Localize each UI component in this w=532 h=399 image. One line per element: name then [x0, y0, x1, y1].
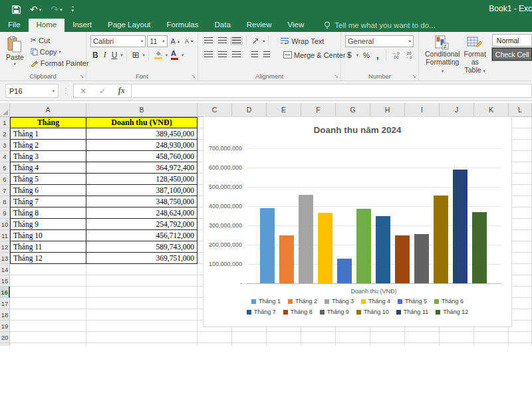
cell-A1[interactable]: Tháng	[10, 117, 86, 128]
fill-color-button[interactable]	[152, 50, 164, 60]
formula-input[interactable]	[132, 84, 532, 98]
undo-dropdown-icon[interactable]: ▾	[39, 7, 42, 12]
cell-B20[interactable]	[86, 332, 198, 343]
cell-L21[interactable]	[509, 343, 532, 346]
row-header-3[interactable]: 3	[0, 140, 10, 151]
paste-button[interactable]: Paste ▾	[4, 35, 26, 68]
cell-B4[interactable]: 458,760,000	[86, 151, 198, 162]
row-header-12[interactable]: 12	[0, 241, 10, 253]
cell-A16[interactable]	[10, 287, 86, 298]
cell-E20[interactable]	[267, 332, 301, 343]
row-header-20[interactable]: 20	[0, 332, 10, 343]
cell-B14[interactable]	[86, 264, 198, 275]
undo-button[interactable]: ↶▾	[30, 5, 41, 14]
cell-G21[interactable]	[336, 343, 370, 346]
decrease-font-size-button[interactable]: A▾	[183, 37, 195, 45]
column-header-D[interactable]: D	[232, 103, 267, 116]
cell-B17[interactable]	[86, 298, 198, 309]
cell-L10[interactable]	[509, 219, 532, 230]
cell-B19[interactable]	[86, 321, 198, 332]
cell-L11[interactable]	[509, 230, 532, 241]
cell-B8[interactable]: 348,750,000	[86, 196, 198, 207]
format-painter-button[interactable]: Format Painter	[29, 57, 91, 68]
increase-font-size-button[interactable]: A▴	[169, 37, 182, 46]
cell-E21[interactable]	[267, 343, 301, 346]
cell-L6[interactable]	[509, 174, 532, 185]
redo-dropdown-icon[interactable]: ▾	[60, 7, 63, 12]
row-header-1[interactable]: 1	[0, 117, 10, 128]
row-header-9[interactable]: 9	[0, 207, 10, 219]
cell-F20[interactable]	[301, 332, 336, 343]
copy-button[interactable]: Copy ▾	[29, 46, 91, 57]
cell-B7[interactable]: 387,100,000	[86, 185, 198, 196]
cell-L5[interactable]	[509, 162, 532, 174]
cell-D20[interactable]	[232, 332, 267, 343]
cell-A10[interactable]: Tháng 9	[10, 219, 86, 230]
paste-dropdown-icon[interactable]: ▾	[14, 61, 16, 66]
row-header-18[interactable]: 18	[0, 309, 10, 321]
column-header-I[interactable]: I	[405, 103, 440, 116]
underline-dropdown-icon[interactable]: ▾	[120, 53, 122, 58]
orientation-dropdown-icon[interactable]: ▾	[263, 39, 265, 44]
middle-align-button[interactable]	[216, 37, 229, 45]
cell-A8[interactable]: Tháng 7	[10, 196, 86, 207]
row-header-7[interactable]: 7	[0, 185, 10, 196]
column-header-L[interactable]: L	[509, 103, 532, 116]
row-header-17[interactable]: 17	[0, 298, 10, 309]
cell-F21[interactable]	[301, 343, 336, 346]
bottom-align-button[interactable]	[230, 37, 243, 45]
format-as-table-button[interactable]: Format as Table ▾	[462, 34, 488, 71]
tab-home[interactable]: Home	[29, 19, 65, 32]
comma-style-button[interactable]: ,	[374, 49, 381, 61]
column-header-E[interactable]: E	[267, 103, 301, 116]
cell-A2[interactable]: Tháng 1	[10, 128, 86, 140]
cell-B1[interactable]: Doanh thu (VNĐ)	[86, 117, 198, 128]
underline-button[interactable]: U	[110, 50, 120, 61]
cell-L1[interactable]	[509, 117, 532, 128]
cell-style-normal[interactable]: Normal	[492, 34, 532, 47]
cell-B21[interactable]	[86, 343, 198, 346]
row-header-19[interactable]: 19	[0, 321, 10, 332]
cell-L17[interactable]	[509, 298, 532, 309]
cell-A12[interactable]: Tháng 11	[10, 241, 86, 253]
cell-J21[interactable]	[440, 343, 474, 346]
cell-B6[interactable]: 128,450,000	[86, 174, 198, 185]
cell-L20[interactable]	[509, 332, 532, 343]
copy-dropdown-icon[interactable]: ▾	[59, 49, 61, 55]
name-box-dropdown-icon[interactable]: ▾	[53, 88, 55, 94]
cell-A9[interactable]: Tháng 8	[10, 207, 86, 219]
chart-area[interactable]: Doanh thu năm 2024 700,000,000600,000,00…	[203, 116, 512, 327]
cell-K20[interactable]	[474, 332, 509, 343]
row-header-15[interactable]: 15	[0, 275, 10, 287]
alignment-dialog-launcher-icon[interactable]: ↘	[334, 73, 338, 79]
tab-page-layout[interactable]: Page Layout	[100, 19, 159, 32]
cell-G20[interactable]	[336, 332, 370, 343]
tab-insert[interactable]: Insert	[65, 19, 100, 32]
cell-A14[interactable]	[10, 264, 86, 275]
name-box[interactable]: P16 ▾	[5, 84, 59, 98]
cell-style-check-cell[interactable]: Check Cell	[492, 48, 532, 61]
cell-L3[interactable]	[509, 140, 532, 151]
column-header-J[interactable]: J	[440, 103, 474, 116]
row-header-14[interactable]: 14	[0, 264, 10, 275]
borders-dropdown-icon[interactable]: ▾	[143, 53, 145, 58]
cell-A6[interactable]: Tháng 5	[10, 174, 86, 185]
redo-button[interactable]: ↷▾	[51, 5, 62, 14]
cell-L15[interactable]	[509, 275, 532, 287]
cell-B9[interactable]: 248,624,000	[86, 207, 198, 219]
cell-L4[interactable]	[509, 151, 532, 162]
cell-L2[interactable]	[509, 128, 532, 140]
row-header-10[interactable]: 10	[0, 219, 10, 230]
cell-A3[interactable]: Tháng 2	[10, 140, 86, 151]
row-header-6[interactable]: 6	[0, 174, 10, 185]
select-all-corner[interactable]	[0, 103, 10, 116]
insert-function-icon[interactable]: fx	[118, 86, 125, 96]
row-header-5[interactable]: 5	[0, 162, 10, 174]
font-dialog-launcher-icon[interactable]: ↘	[191, 73, 196, 79]
column-header-H[interactable]: H	[370, 103, 405, 116]
percent-style-button[interactable]: %	[361, 51, 372, 60]
cell-B5[interactable]: 364,972,400	[86, 162, 198, 174]
cell-B18[interactable]	[86, 309, 198, 321]
cell-B15[interactable]	[86, 275, 198, 287]
cell-I20[interactable]	[405, 332, 440, 343]
